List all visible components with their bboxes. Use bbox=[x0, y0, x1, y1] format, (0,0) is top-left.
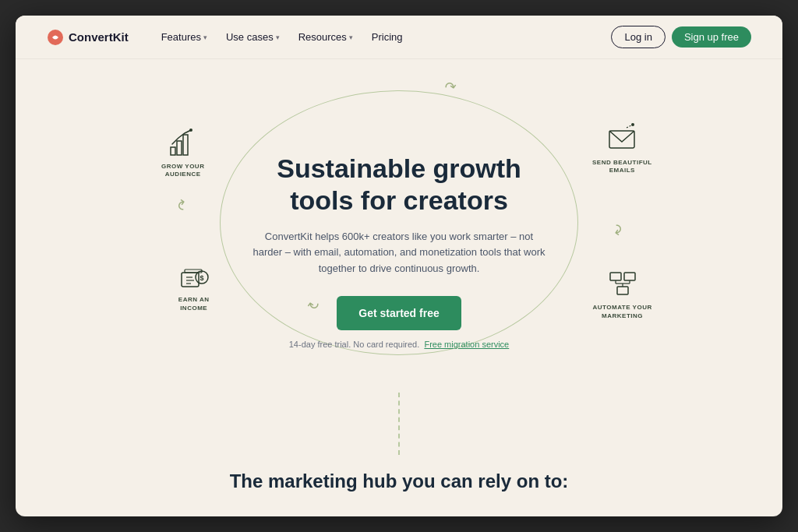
svg-rect-1 bbox=[171, 147, 175, 155]
navbar: ConvertKit Features ▾ Use cases ▾ Resour… bbox=[16, 16, 782, 59]
logo[interactable]: ConvertKit bbox=[47, 29, 129, 46]
navbar-links: Features ▾ Use cases ▾ Resources ▾ Prici… bbox=[154, 26, 612, 48]
svg-rect-15 bbox=[610, 273, 621, 280]
nav-use-cases[interactable]: Use cases ▾ bbox=[218, 26, 288, 48]
feature-grow: GROW YOUR AUDIENCE bbox=[161, 125, 204, 179]
hero-footnote: 14-day free trial. No card required. Fre… bbox=[251, 340, 547, 349]
feature-earn: $ EARN AN INCOME bbox=[177, 259, 211, 312]
svg-rect-2 bbox=[177, 141, 182, 155]
svg-rect-16 bbox=[624, 273, 635, 280]
nav-pricing[interactable]: Pricing bbox=[364, 26, 411, 48]
arrow-top-icon: ↷ bbox=[443, 78, 458, 97]
signup-button[interactable]: Sign up free bbox=[672, 26, 751, 48]
chevron-down-icon: ▾ bbox=[276, 33, 280, 41]
svg-rect-3 bbox=[183, 135, 188, 155]
email-label: SEND BEAUTIFUL EMAILS bbox=[592, 159, 652, 175]
svg-rect-17 bbox=[617, 287, 628, 294]
grow-label: GROW YOUR AUDIENCE bbox=[161, 163, 204, 179]
divider-line bbox=[398, 393, 400, 455]
nav-resources[interactable]: Resources ▾ bbox=[291, 26, 361, 48]
hero-section: ↷ ↷ ↷ ↷ GROW YOUR AUDIENCE SEND BEAUTIFU bbox=[16, 59, 782, 386]
bottom-section: The marketing hub you can rely on to: bbox=[16, 455, 782, 516]
arrow-left-icon: ↷ bbox=[173, 198, 192, 213]
nav-features[interactable]: Features ▾ bbox=[154, 26, 215, 48]
hero-subtitle: ConvertKit helps 600k+ creators like you… bbox=[251, 229, 547, 277]
bottom-title: The marketing hub you can rely on to: bbox=[47, 470, 751, 492]
automate-marketing-icon bbox=[606, 266, 640, 301]
browser-frame: ConvertKit Features ▾ Use cases ▾ Resour… bbox=[16, 16, 782, 516]
grow-audience-icon bbox=[166, 125, 200, 160]
automate-label: AUTOMATE YOUR MARKETING bbox=[592, 304, 651, 320]
migration-link[interactable]: Free migration service bbox=[424, 340, 509, 349]
svg-point-4 bbox=[189, 129, 192, 132]
login-button[interactable]: Log in bbox=[611, 26, 665, 48]
logo-text: ConvertKit bbox=[69, 30, 129, 44]
feature-automate: AUTOMATE YOUR MARKETING bbox=[592, 266, 651, 320]
hero-title: Sustainable growth tools for creators bbox=[251, 153, 547, 217]
earn-label: EARN AN INCOME bbox=[178, 296, 210, 312]
get-started-button[interactable]: Get started free bbox=[337, 296, 461, 330]
chevron-down-icon: ▾ bbox=[203, 33, 207, 41]
send-emails-icon bbox=[605, 122, 639, 156]
earn-income-icon: $ bbox=[177, 259, 211, 293]
svg-text:$: $ bbox=[200, 274, 203, 282]
hero-content: Sustainable growth tools for creators Co… bbox=[235, 153, 563, 349]
chevron-down-icon: ▾ bbox=[349, 33, 353, 41]
convertkit-logo-icon bbox=[47, 29, 64, 46]
navbar-actions: Log in Sign up free bbox=[611, 26, 751, 48]
svg-point-7 bbox=[631, 123, 634, 126]
feature-email: SEND BEAUTIFUL EMAILS bbox=[592, 122, 652, 175]
arrow-right-icon: ↷ bbox=[607, 223, 626, 238]
